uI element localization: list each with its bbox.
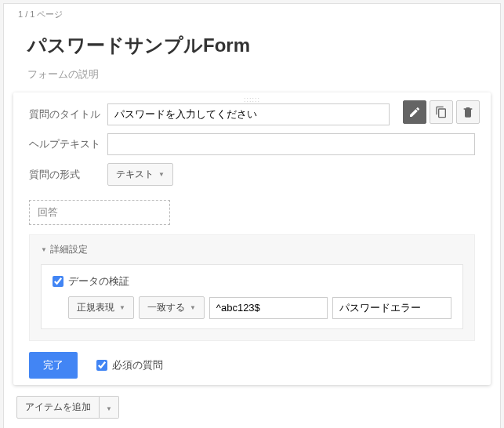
add-item-button[interactable]: アイテムを追加	[16, 396, 100, 419]
done-button[interactable]: 完了	[29, 352, 78, 379]
delete-button[interactable]	[456, 100, 480, 124]
edit-button[interactable]	[403, 100, 426, 124]
chevron-down-icon: ▼	[158, 171, 165, 178]
validation-type-value: 正規表現	[77, 301, 114, 314]
required-checkbox[interactable]	[96, 360, 107, 371]
page-indicator: 1 / 1 ページ	[4, 4, 500, 20]
required-checkbox-row[interactable]: 必須の質問	[96, 358, 163, 372]
chevron-down-icon: ▼	[106, 405, 112, 412]
validation-checkbox-row[interactable]: データの検証	[53, 274, 451, 288]
question-type-label: 質問の形式	[29, 168, 107, 182]
advanced-toggle[interactable]: ▼ 詳細設定	[41, 243, 463, 256]
question-type-select[interactable]: テキスト ▼	[107, 163, 173, 186]
question-type-value: テキスト	[116, 168, 154, 181]
help-text-input[interactable]	[107, 133, 475, 155]
pencil-icon	[408, 106, 421, 118]
advanced-title-label: 詳細設定	[50, 243, 88, 256]
chevron-down-icon: ▼	[41, 246, 47, 253]
match-type-select[interactable]: 一致する ▼	[139, 296, 205, 319]
chevron-down-icon: ▼	[119, 304, 125, 311]
question-title-input[interactable]	[107, 103, 390, 125]
advanced-settings-panel: ▼ 詳細設定 データの検証 正規表現 ▼ 一致する ▼	[29, 234, 475, 341]
required-label: 必須の質問	[112, 358, 163, 372]
answer-placeholder-box[interactable]: 回答	[29, 200, 170, 225]
chevron-down-icon: ▼	[190, 304, 196, 311]
duplicate-button[interactable]	[430, 100, 453, 124]
drag-handle-icon[interactable]: ::::::	[244, 96, 260, 103]
question-card: :::::: 質問のタイトル ヘルプテキスト 質問の形式 テキスト ▼	[13, 92, 491, 385]
add-item-dropdown[interactable]: ▼	[100, 396, 119, 419]
trash-icon	[462, 106, 474, 118]
validation-type-select[interactable]: 正規表現 ▼	[68, 296, 134, 319]
question-title-label: 質問のタイトル	[29, 107, 107, 122]
form-description[interactable]: フォームの説明	[27, 67, 477, 82]
error-message-input[interactable]	[332, 297, 451, 319]
validation-check-label: データの検証	[68, 274, 129, 288]
match-type-value: 一致する	[147, 301, 185, 314]
form-title[interactable]: パスワードサンプルForm	[27, 33, 477, 58]
validation-checkbox[interactable]	[53, 276, 63, 287]
pattern-input[interactable]	[209, 297, 328, 319]
copy-icon	[435, 106, 448, 118]
help-text-label: ヘルプテキスト	[29, 137, 107, 151]
